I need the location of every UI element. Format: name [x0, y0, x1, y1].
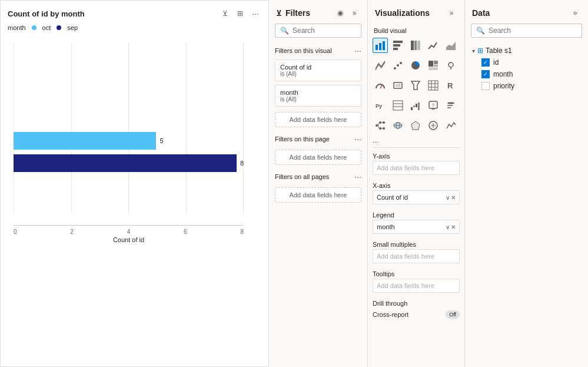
add-data-all-btn[interactable]: Add data fields here — [275, 187, 361, 203]
x-axis-title: Count of id — [14, 236, 244, 243]
filters-visual-more[interactable]: ··· — [354, 46, 361, 55]
add-data-visual-btn[interactable]: Add data fields here — [275, 112, 361, 127]
filter-expand-icon[interactable]: » — [348, 7, 360, 19]
expand-icon[interactable]: ⊞ — [234, 8, 246, 19]
filter-count-id-sub: is (All) — [280, 71, 356, 77]
cb-id[interactable]: ✓ — [481, 58, 490, 67]
viz-icon-qna[interactable]: ? — [426, 98, 441, 113]
viz-icon-funnel[interactable] — [408, 78, 423, 93]
add-data-page-btn[interactable]: Add data fields here — [275, 150, 361, 165]
svg-rect-36 — [418, 103, 420, 110]
filter-card-month[interactable]: month is (All) — [275, 85, 361, 107]
bars-container: 5 8 — [14, 90, 244, 214]
tooltips-label: Tooltips — [373, 270, 460, 277]
viz-icon-table[interactable] — [390, 98, 406, 113]
filter-card-count-id[interactable]: Count of id is (All) — [275, 59, 361, 81]
data-search-box[interactable]: 🔍 — [471, 24, 582, 38]
cb-priority[interactable] — [481, 82, 490, 90]
viz-icon-treemap[interactable] — [426, 58, 441, 73]
x-axis-chevron-icon[interactable]: ∨ — [446, 194, 450, 201]
viz-icon-pie[interactable] — [408, 58, 423, 73]
checkbox-id[interactable]: ✓ id — [479, 57, 583, 68]
table-icon: ⊞ — [477, 47, 483, 55]
x-axis-field[interactable]: Count of id ∨ ✕ — [373, 190, 460, 204]
x-label-4: 4 — [127, 229, 131, 235]
viz-icon-line[interactable] — [426, 38, 441, 53]
svg-point-12 — [400, 62, 402, 64]
x-axis-labels: 0 2 4 6 8 — [14, 229, 244, 235]
legend-field-label: Legend — [373, 211, 460, 219]
filters-page-more[interactable]: ··· — [354, 134, 361, 144]
checkbox-month[interactable]: ✓ month — [479, 68, 583, 80]
viz-icon-custom2[interactable] — [443, 118, 459, 133]
viz-icon-area[interactable] — [443, 38, 459, 53]
svg-text:R: R — [447, 81, 453, 90]
viz-icon-scatter[interactable] — [390, 58, 406, 73]
tooltips-field[interactable]: Add data fields here — [373, 279, 460, 293]
build-visual-label: Build visual — [368, 24, 464, 35]
svg-line-19 — [380, 85, 382, 88]
filters-search-box[interactable]: 🔍 — [275, 24, 361, 38]
viz-icon-waterfall[interactable] — [408, 98, 423, 113]
svg-text:Py: Py — [376, 103, 382, 109]
tree-root[interactable]: ▾ ⊞ Table s1 — [470, 45, 583, 57]
viz-icon-py[interactable]: Py — [373, 98, 388, 113]
viz-icons-row3: 123 R — [368, 75, 464, 95]
filter-icon[interactable]: ⊻ — [219, 8, 231, 19]
viz-icon-gauge[interactable] — [373, 78, 388, 93]
y-axis-label: Y-axis — [373, 153, 460, 160]
tooltips-section: Tooltips Add data fields here — [368, 268, 464, 297]
svg-rect-8 — [417, 41, 420, 50]
viz-icon-stacked-bar[interactable] — [408, 38, 423, 53]
data-title: Data — [472, 8, 490, 18]
viz-icon-bar[interactable] — [373, 38, 388, 53]
data-header: Data » — [465, 0, 588, 24]
legend-chevron-icon[interactable]: ∨ — [446, 224, 450, 230]
svg-rect-0 — [376, 45, 378, 50]
svg-rect-23 — [428, 81, 438, 90]
cb-month[interactable]: ✓ — [481, 70, 490, 78]
svg-point-11 — [397, 64, 399, 67]
small-multiples-field[interactable]: Add data fields here — [373, 249, 460, 263]
more-visuals-ellipsis[interactable]: ... — [368, 135, 464, 145]
legend-field[interactable]: month ∨ ✕ — [373, 220, 460, 234]
viz-expand-icon[interactable]: » — [446, 7, 457, 19]
filters-header: ⊻ Filters ◉ » — [269, 0, 367, 24]
data-search-input[interactable] — [489, 27, 577, 35]
x-axis-remove-icon[interactable]: ✕ — [451, 194, 456, 201]
svg-rect-1 — [379, 43, 381, 50]
viz-icon-r[interactable]: R — [443, 78, 459, 93]
checkbox-priority[interactable]: priority — [479, 80, 583, 92]
svg-point-41 — [376, 124, 378, 127]
tree-chevron-icon: ▾ — [472, 48, 475, 54]
viz-icon-filled-map[interactable] — [390, 118, 406, 133]
viz-icon-card[interactable]: 123 — [390, 78, 406, 93]
chart-header: Count of id by month ⊻ ⊞ ··· — [8, 8, 261, 19]
legend-remove-icon[interactable]: ✕ — [451, 224, 456, 230]
small-multiples-section: Small multiples Add data fields here — [368, 239, 464, 268]
viz-icon-shape-map[interactable] — [408, 118, 423, 133]
viz-icon-map[interactable] — [443, 58, 459, 73]
viz-icon-ribbon[interactable] — [373, 58, 388, 73]
viz-icon-matrix[interactable] — [426, 78, 441, 93]
tooltips-placeholder: Add data fields here — [377, 282, 434, 289]
data-expand-icon[interactable]: » — [569, 7, 581, 19]
viz-icon-decomp[interactable] — [373, 118, 388, 133]
filters-all-more[interactable]: ··· — [354, 172, 361, 181]
viz-icon-column[interactable] — [390, 38, 406, 53]
svg-rect-2 — [383, 41, 385, 50]
filter-eye-icon[interactable]: ◉ — [334, 7, 346, 19]
cb-id-label: id — [493, 58, 499, 67]
viz-icon-smart-narrative[interactable] — [443, 98, 459, 113]
cb-month-label: month — [493, 70, 513, 78]
legend-dot-sep — [57, 25, 61, 30]
chart-panel: Count of id by month ⊻ ⊞ ··· month oct s… — [0, 0, 269, 367]
more-options-icon[interactable]: ··· — [250, 8, 261, 19]
search-icon: 🔍 — [280, 27, 289, 35]
viz-icon-custom1[interactable] — [426, 118, 441, 133]
viz-header: Visualizations » — [368, 0, 464, 24]
x-axis-field-icons: ∨ ✕ — [446, 194, 456, 201]
svg-point-43 — [379, 127, 381, 130]
y-axis-field[interactable]: Add data fields here — [373, 161, 460, 175]
cross-report-toggle[interactable]: Off — [446, 310, 460, 319]
